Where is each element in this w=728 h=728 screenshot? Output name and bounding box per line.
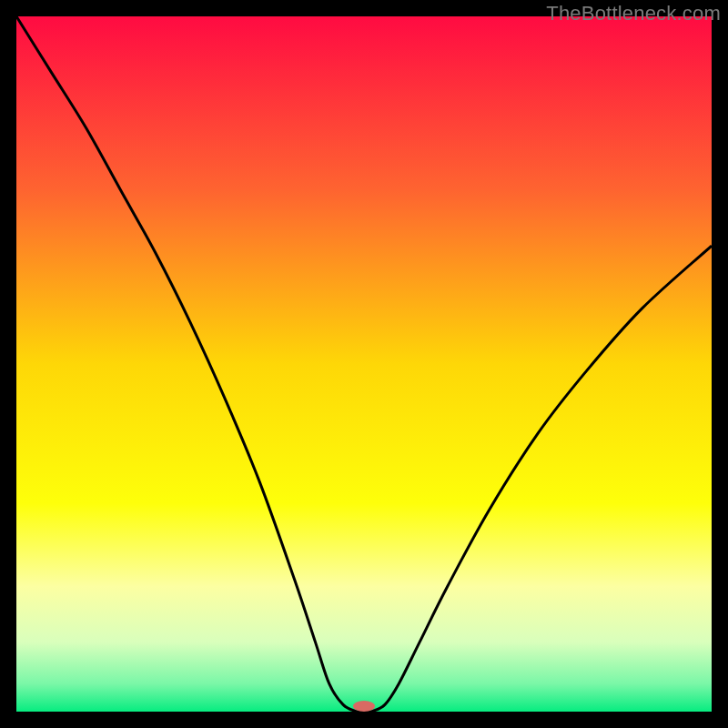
bottleneck-chart — [16, 16, 712, 712]
gradient-background — [16, 16, 712, 712]
chart-frame — [16, 16, 712, 712]
optimal-marker — [353, 701, 375, 712]
watermark-text: TheBottleneck.com — [546, 2, 721, 25]
